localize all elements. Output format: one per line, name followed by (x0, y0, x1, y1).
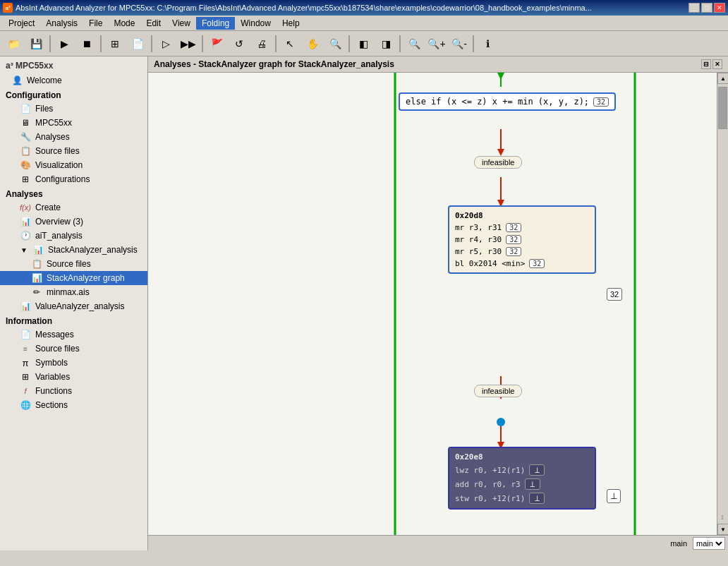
sidebar-item-visualization[interactable]: 🎨 Visualization (0, 158, 147, 172)
sidebar-item-sourcefiles[interactable]: 📋 Source files (0, 257, 147, 271)
instr-add-text: add r0, r0, r3 (455, 480, 521, 489)
content-title: Analyses - StackAnalyzer graph for Stack… (154, 59, 394, 69)
sidebar-sections-label: Sections (35, 400, 68, 410)
toolbar-play2-btn[interactable]: ▷ (155, 34, 176, 54)
instr-add-badge: ⊥ (525, 478, 540, 490)
toolbar-save-btn[interactable]: 💾 (25, 34, 47, 54)
minimize-button[interactable]: _ (688, 3, 700, 13)
toolbar-grid-btn[interactable]: ⊞ (104, 34, 126, 54)
sidebar-item-stackgraph[interactable]: 📊 StackAnalyzer graph (0, 271, 147, 285)
menu-analysis[interactable]: Analysis (40, 17, 83, 30)
app-icon: a³ (3, 3, 13, 13)
sidebar-item-analyses[interactable]: 🔧 Analyses (0, 130, 147, 144)
graph-area[interactable]: else if (x <= z) x += min (x, y, z); 32 … (148, 73, 728, 535)
menu-help[interactable]: Help (277, 17, 305, 30)
content-close-btn[interactable]: ✕ (712, 59, 722, 69)
sidebar-item-ait[interactable]: 🕐 aiT_analysis (0, 229, 147, 243)
sidebar-mpc-label: MPC55xx (35, 118, 72, 128)
sidebar-analyses-label: Analyses (35, 132, 70, 142)
toolbar-sep4 (202, 35, 203, 52)
instr-mr-r5-badge: 32 (506, 247, 521, 256)
sidebar-item-messages[interactable]: 📄 Messages (0, 327, 147, 342)
status-dropdown[interactable]: main (693, 537, 725, 550)
toolbar-open-btn[interactable]: 📁 (3, 34, 24, 54)
scroll-up-btn[interactable]: ▲ (717, 73, 728, 84)
menu-mode[interactable]: Mode (108, 17, 140, 30)
menu-file[interactable]: File (83, 17, 108, 30)
scroll-down-btn[interactable]: ▼ (717, 524, 728, 535)
close-button[interactable]: ✕ (714, 3, 725, 13)
toolbar-search-btn[interactable]: 🔍 (324, 34, 346, 54)
minmax-icon: ✏ (31, 287, 42, 298)
sidebar-item-functions[interactable]: f Functions (0, 384, 147, 398)
instr-lwz-text: lwz r0, +12(r1) (455, 466, 525, 475)
toolbar-flag-btn[interactable]: 🚩 (206, 34, 227, 54)
sidebar-logo: a³ MPC55xx (0, 56, 147, 73)
menu-folding[interactable]: Folding (196, 17, 235, 30)
sidebar-valueanalyzer-label: ValueAnalyzer_analysis (35, 301, 125, 311)
sidebar-ait-label: aiT_analysis (35, 231, 83, 241)
block-20d8: 0x20d8 mr r3, r31 32 mr r4, r30 32 mr r5… (448, 205, 596, 274)
information-header: Information (0, 313, 147, 327)
toolbar-nav1-btn[interactable]: ◧ (353, 34, 374, 54)
sidebar-sourcefiles-info-label: Source files (35, 344, 80, 354)
svg-marker-5 (497, 149, 504, 156)
sidebar-item-stackanalyzer[interactable]: ▼ 📊 StackAnalyzer_analysis (0, 243, 147, 257)
block-20d8-addr: 0x20d8 (452, 210, 592, 222)
sidebar-stackanalyzer-label: StackAnalyzer_analysis (48, 245, 138, 255)
sidebar-item-configurations[interactable]: ⊞ Configurations (0, 172, 147, 186)
scrollbar-vertical[interactable]: ▲ ▼ ↕ (717, 73, 728, 535)
sidebar-item-mpc55xx[interactable]: 🖥 MPC55xx (0, 116, 147, 130)
sourcefiles-icon: 📋 (31, 258, 42, 270)
valueanalyzer-icon: 📊 (20, 301, 31, 312)
sidebar-overview-label: Overview (3) (35, 217, 83, 227)
instr-bl: bl 0x2014 <min> 32 (452, 258, 592, 270)
menu-project[interactable]: Project (3, 17, 40, 30)
infeasible-label-1: infeasible (474, 156, 522, 169)
configuration-header: Configuration (0, 88, 147, 102)
sidebar-item-symbols[interactable]: π Symbols (0, 356, 147, 370)
toolbar-hand-btn[interactable]: ✋ (302, 34, 323, 54)
menu-view[interactable]: View (166, 17, 196, 30)
menu-window[interactable]: Window (235, 17, 277, 30)
sidebar-item-valueanalyzer[interactable]: 📊 ValueAnalyzer_analysis (0, 299, 147, 313)
instr-mr-r3-text: mr r3, r31 (455, 223, 502, 232)
configurations-icon: ⊞ (20, 174, 31, 185)
sidebar-item-sourcefiles-info[interactable]: ≡ Source files (0, 342, 147, 356)
sidebar-item-variables[interactable]: ⊞ Variables (0, 370, 147, 384)
sidebar-minmax-label: minmax.ais (47, 287, 90, 297)
toolbar-zoom-search-btn[interactable]: 🔍 (404, 34, 425, 54)
sidebar-item-files[interactable]: 📄 Files (0, 102, 147, 116)
condition-node: else if (x <= z) x += min (x, y, z); 32 (399, 92, 616, 111)
toolbar-play3-btn[interactable]: ▶▶ (178, 34, 199, 54)
menu-edit[interactable]: Edit (140, 17, 166, 30)
toolbar-cursor-btn[interactable]: ↖ (279, 34, 301, 54)
instr-stw-badge: ⊥ (529, 493, 545, 504)
graph-scroll[interactable]: else if (x <= z) x += min (x, y, z); 32 … (148, 73, 728, 535)
toolbar-print-btn[interactable]: 🖨 (251, 34, 272, 54)
scroll-thumb[interactable] (718, 87, 727, 129)
sidebar-item-sourcefiles-config[interactable]: 📋 Source files (0, 144, 147, 158)
symbols-icon: π (20, 357, 31, 368)
toolbar-zoom-in-btn[interactable]: 🔍+ (426, 34, 447, 54)
maximize-button[interactable]: □ (701, 3, 712, 13)
restore-btn[interactable]: ⊟ (701, 59, 711, 69)
toolbar-play-btn[interactable]: ▶ (54, 34, 75, 54)
instr-mr-r4: mr r4, r30 32 (452, 234, 592, 246)
sidebar-welcome[interactable]: 👤 Welcome (0, 73, 147, 88)
mpc-icon: 🖥 (20, 117, 31, 128)
ait-icon: 🕐 (20, 230, 31, 241)
toolbar-refresh-btn[interactable]: ↺ (229, 34, 250, 54)
toolbar-info-btn[interactable]: ℹ (477, 34, 498, 54)
toolbar-zoom-out-btn[interactable]: 🔍- (449, 34, 470, 54)
toolbar-sep5 (275, 35, 277, 52)
toolbar-stop-btn[interactable]: ⏹ (76, 34, 97, 54)
sidebar-item-minmax[interactable]: ✏ minmax.ais (0, 285, 147, 299)
sidebar-item-overview[interactable]: 📊 Overview (3) (0, 215, 147, 229)
toolbar-nav2-btn[interactable]: ◨ (375, 34, 396, 54)
sidebar-item-sections[interactable]: 🌐 Sections (0, 398, 147, 412)
toolbar-doc-btn[interactable]: 📄 (127, 34, 148, 54)
toolbar: 📁 💾 ▶ ⏹ ⊞ 📄 ▷ ▶▶ 🚩 ↺ 🖨 ↖ ✋ 🔍 ◧ ◨ 🔍 🔍+ 🔍-… (0, 31, 728, 56)
sourcefiles-info-icon: ≡ (20, 343, 31, 354)
sidebar-item-create[interactable]: f(x) Create (0, 200, 147, 215)
